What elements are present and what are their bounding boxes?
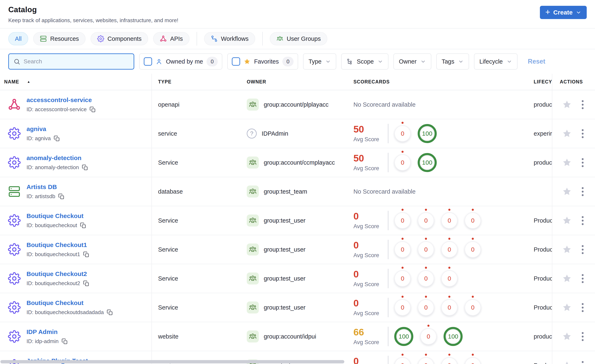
favorites-filter[interactable]: Favorites 0 [227,53,298,70]
scorecard-score-badge[interactable]: 0 [418,212,434,229]
scorecard-score-badge[interactable]: 0 [394,154,411,171]
favorite-star-icon[interactable] [562,303,572,312]
column-header-name[interactable]: NAME ▲ [0,74,152,90]
owned-by-me-filter[interactable]: Owned by me 0 [139,53,222,70]
favorite-star-icon[interactable] [562,129,572,139]
progress-dot [448,238,450,240]
scorecard-score-badge[interactable]: 0 [464,357,481,364]
group-icon [247,156,259,168]
search-box[interactable] [8,53,134,70]
scorecard-score-badge[interactable]: 0 [441,212,458,229]
tab-apis[interactable]: APIs [153,32,189,45]
gear-icon [8,243,21,256]
filter-dropdown-tags[interactable]: Tags [436,53,469,70]
kebab-menu-icon[interactable] [580,359,585,364]
favorites-checkbox[interactable] [232,57,240,66]
favorite-star-icon[interactable] [562,361,572,364]
favorite-star-icon[interactable] [562,274,572,283]
copy-icon[interactable] [54,135,60,142]
favorite-star-icon[interactable] [562,216,572,225]
scorecard-score-badge[interactable]: 100 [418,124,437,143]
kebab-menu-icon[interactable] [580,156,585,169]
dropdown-label: Scope [357,58,374,65]
entity-type: Service [152,293,241,322]
owned-by-me-checkbox[interactable] [144,57,152,66]
scorecard-score-badge[interactable]: 0 [464,241,481,258]
tab-resources[interactable]: Resources [33,32,85,45]
favorite-star-icon[interactable] [562,100,572,110]
copy-icon[interactable] [82,164,88,171]
entity-name-link[interactable]: IDP Admin [27,328,58,335]
kebab-menu-icon[interactable] [580,186,585,198]
entity-name-link[interactable]: Boutique Checkout [27,299,84,306]
scorecard-score-badge[interactable]: 0 [418,357,434,364]
avg-score-value: 0 [354,356,388,364]
group-icon [247,273,259,285]
copy-icon[interactable] [107,309,113,315]
filter-dropdown-lifecycle[interactable]: Lifecycle [474,53,517,70]
filter-dropdown-scope[interactable]: Scope [341,53,389,70]
entity-name-link[interactable]: accesscontrol-service [27,97,92,103]
divider [388,211,389,230]
scorecard-score-badge[interactable]: 0 [441,241,458,258]
filter-dropdown-owner[interactable]: Owner [393,53,431,70]
scorecard-score-badge[interactable]: 0 [441,270,458,287]
scorecard-score-badge[interactable]: 0 [394,299,411,316]
progress-dot [425,209,427,211]
kebab-menu-icon[interactable] [580,215,585,227]
copy-icon[interactable] [62,338,68,344]
search-input[interactable] [24,58,129,65]
favorite-star-icon[interactable] [562,158,572,168]
tab-workflows[interactable]: Workflows [204,32,255,45]
reset-filters-link[interactable]: Reset [528,58,545,65]
filter-dropdown-type[interactable]: Type [303,53,336,70]
scorecard-score-badge[interactable]: 100 [394,327,413,346]
scorecard-score-badge[interactable]: 0 [420,328,437,345]
entity-type: Service [152,206,241,235]
scorecard-score-badge[interactable]: 100 [418,153,437,172]
scorecard-score-badge[interactable]: 0 [441,357,458,364]
scorecard-score-badge[interactable]: 0 [418,299,434,316]
entity-name-link[interactable]: Boutique Checkout [27,212,84,219]
tab-components[interactable]: Components [91,32,148,45]
kebab-menu-icon[interactable] [580,244,585,256]
create-button[interactable]: + Create [540,6,587,19]
copy-icon[interactable] [83,280,89,287]
tab-all[interactable]: All [8,32,28,45]
scorecard-score-badge[interactable]: 0 [394,125,411,142]
tab-user-groups[interactable]: User Groups [270,32,327,45]
scorecard-score-badge[interactable]: 0 [441,299,458,316]
owned-by-me-count: 0 [206,57,218,66]
favorite-star-icon[interactable] [562,245,572,254]
favorite-star-icon[interactable] [562,187,572,196]
entity-name-link[interactable]: anomaly-detection [27,154,81,161]
gear-icon [8,156,21,169]
scorecard-score-badge[interactable]: 100 [444,327,463,346]
entity-name-link[interactable]: agniva [27,126,46,132]
horizontal-scrollbar-thumb[interactable] [0,360,344,363]
scorecard-score-badge[interactable]: 0 [394,241,411,258]
scorecard-score-badge[interactable]: 0 [394,212,411,229]
favorite-star-icon[interactable] [562,332,572,342]
entity-name-link[interactable]: Boutique Checkout1 [27,241,87,248]
copy-icon[interactable] [83,251,89,258]
progress-dot [402,151,404,153]
copy-icon[interactable] [90,106,96,113]
kebab-menu-icon[interactable] [580,98,585,111]
scorecard-score-badge[interactable]: 0 [464,212,481,229]
copy-icon[interactable] [58,193,64,200]
kebab-menu-icon[interactable] [580,273,585,285]
copy-icon[interactable] [80,222,86,229]
dropdown-label: Tags [442,58,454,65]
kebab-menu-icon[interactable] [580,301,585,314]
kebab-menu-icon[interactable] [580,330,585,343]
scorecard-score-badge[interactable]: 0 [394,357,411,364]
kebab-menu-icon[interactable] [580,127,585,140]
scorecard-score-badge[interactable]: 0 [418,270,434,287]
entity-name-link[interactable]: Artists DB [27,183,57,190]
scorecard-score-badge[interactable]: 0 [394,270,411,287]
tab-label: User Groups [287,35,321,42]
scorecard-score-badge[interactable]: 0 [418,241,434,258]
scorecard-score-badge[interactable]: 0 [464,299,481,316]
entity-name-link[interactable]: Boutique Checkout2 [27,270,87,277]
